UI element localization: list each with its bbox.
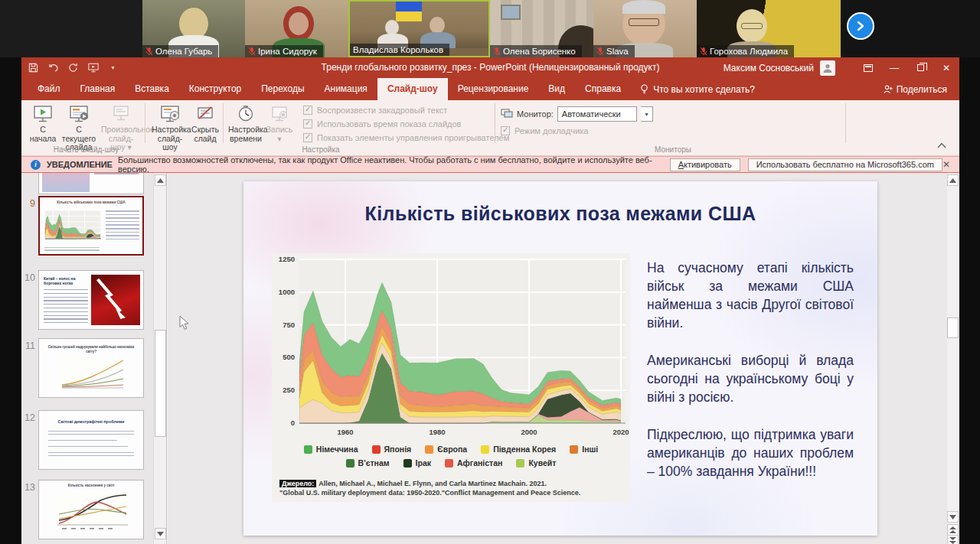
legend-label: В'єтнам bbox=[358, 458, 390, 467]
meeting-video-strip: Олена Губарь Ірина Сидорук Владислав Кор… bbox=[0, 0, 980, 57]
tab-transitions[interactable]: Переходы bbox=[251, 78, 314, 100]
monitor-dropdown-arrow[interactable]: ▼ bbox=[641, 106, 653, 122]
slide-canvas[interactable]: Кількість військових поза межами США 025… bbox=[243, 181, 877, 536]
custom-slideshow-button[interactable]: Произвольное слайд-шоу ▾ bbox=[101, 103, 141, 152]
ribbon-separator bbox=[845, 103, 846, 143]
tab-design[interactable]: Конструктор bbox=[179, 78, 251, 100]
participant-name: Slava bbox=[606, 47, 629, 56]
thumbnail-image bbox=[42, 173, 90, 192]
thumbnail-scroll-down-button[interactable] bbox=[155, 528, 166, 539]
legend-swatch bbox=[516, 459, 524, 467]
thumbnail-scrollbar[interactable] bbox=[153, 173, 166, 544]
video-tile-horokhova[interactable]: Горохова Людмила bbox=[697, 0, 841, 57]
ribbon-display-options-button[interactable] bbox=[855, 57, 881, 78]
checkbox-show-media-controls[interactable]: Показать элементы управления проигрывате… bbox=[303, 133, 509, 142]
checkbox-label: Воспроизвести закадровый текст bbox=[317, 106, 447, 115]
thumbnail-title: Скільки грошей надрукували найбільші еко… bbox=[42, 345, 140, 353]
tab-view[interactable]: Вид bbox=[538, 78, 575, 100]
video-tile-slava[interactable]: Slava bbox=[593, 0, 697, 57]
tab-file[interactable]: Файл bbox=[28, 78, 70, 100]
previous-slide-button[interactable] bbox=[947, 524, 959, 536]
person-icon bbox=[822, 63, 833, 73]
source-citation-line2: "Global U.S. military deployment data: 1… bbox=[279, 488, 580, 497]
mic-muted-icon bbox=[145, 47, 153, 56]
legend-label: Німеччина bbox=[316, 445, 358, 454]
repeat-button[interactable] bbox=[67, 62, 79, 73]
military-deployment-chart[interactable]: 0250500750100012501960198020002020 Німеч… bbox=[272, 253, 630, 502]
next-participants-button[interactable] bbox=[847, 12, 874, 40]
hide-slide-button[interactable]: Скрыть слайд bbox=[190, 103, 220, 143]
thumbnail-scroll-up-button[interactable] bbox=[155, 174, 166, 186]
monitor-dropdown[interactable]: Автоматически bbox=[557, 106, 637, 122]
collapse-ribbon-button[interactable] bbox=[935, 140, 949, 151]
from-current-slide-button[interactable]: С текущего слайда bbox=[58, 103, 100, 152]
tab-review[interactable]: Рецензирование bbox=[448, 78, 539, 100]
minimize-button[interactable]: — bbox=[881, 57, 907, 78]
ribbon: С начала С текущего слайда Произвольное … bbox=[21, 100, 959, 156]
main-scrollbar[interactable] bbox=[947, 173, 959, 544]
slide-13-thumbnail[interactable]: Кількість населення у світі bbox=[38, 480, 144, 539]
start-slideshow-qat-button[interactable] bbox=[87, 62, 99, 73]
from-beginning-button[interactable]: С начала bbox=[28, 103, 58, 143]
share-button[interactable]: Поделиться bbox=[871, 78, 959, 100]
customize-qat-button[interactable]: ▾ bbox=[107, 62, 119, 73]
thumbnail-title: Кількість населення у світі bbox=[42, 484, 140, 488]
video-tile-korolkov-active-speaker[interactable]: Владислав Корольков bbox=[348, 0, 490, 57]
video-tile-borysenko[interactable]: Олена Борисенко bbox=[490, 0, 593, 57]
participant-video bbox=[629, 18, 659, 26]
legend-swatch bbox=[403, 459, 412, 467]
slide-number: 10 bbox=[23, 272, 35, 283]
next-slide-button[interactable] bbox=[947, 535, 959, 544]
checkbox-presenter-view[interactable]: Режим докладчика bbox=[501, 126, 588, 135]
stacked-area-chart: 0250500750100012501960198020002020 bbox=[272, 253, 630, 441]
tab-insert[interactable]: Вставка bbox=[125, 78, 179, 100]
tab-help[interactable]: Справка bbox=[575, 78, 631, 100]
undo-button[interactable] bbox=[47, 62, 59, 73]
slide-8-thumbnail[interactable] bbox=[38, 173, 144, 194]
slide-body-text: На сучасному етапі кількість військ за м… bbox=[647, 259, 854, 500]
save-button[interactable] bbox=[28, 62, 39, 73]
scroll-up-button[interactable] bbox=[947, 174, 959, 186]
legend-label: Європа bbox=[437, 445, 467, 454]
account-avatar[interactable] bbox=[820, 60, 835, 76]
slide-9-thumbnail-selected[interactable]: Кількість військових поза межами США bbox=[38, 196, 144, 256]
close-notification-icon[interactable]: ✕ bbox=[942, 159, 950, 170]
legend-swatch bbox=[372, 445, 381, 454]
record-slideshow-button[interactable]: Запись ▾ bbox=[265, 103, 294, 143]
video-tile-hubar[interactable]: Олена Губарь bbox=[142, 0, 245, 57]
svg-text:1000: 1000 bbox=[279, 288, 295, 296]
svg-text:750: 750 bbox=[283, 321, 295, 329]
tab-slideshow-active[interactable]: Слайд-шоу bbox=[377, 78, 448, 100]
checkbox-use-timings[interactable]: Использовать время показа слайдов bbox=[303, 119, 461, 129]
tab-home[interactable]: Главная bbox=[70, 78, 126, 100]
legend-item: Південна Корея bbox=[481, 445, 556, 454]
account-name[interactable]: Максим Сосновський bbox=[724, 63, 814, 73]
main-scrollbar-thumb[interactable] bbox=[947, 318, 959, 338]
custom-show-icon bbox=[101, 103, 141, 123]
slide-12-thumbnail[interactable]: Світові демографічні проблеми bbox=[38, 410, 144, 470]
slide-10-thumbnail[interactable]: Китай – колос на боргових ногах bbox=[38, 270, 144, 330]
tab-animations[interactable]: Анимация bbox=[315, 78, 377, 100]
video-tile-camera-off[interactable] bbox=[0, 0, 142, 57]
slide-editing-area[interactable]: Кількість військових поза межами США 025… bbox=[168, 173, 947, 544]
participant-video bbox=[385, 20, 399, 35]
thumbnail-scrollbar-thumb[interactable] bbox=[155, 330, 166, 437]
monitor-label: Монитор: bbox=[517, 109, 554, 119]
close-button[interactable]: ✕ bbox=[933, 57, 959, 78]
ribbon-options-icon bbox=[864, 64, 873, 72]
slideshow-play-icon bbox=[28, 103, 58, 123]
lightbulb-icon bbox=[640, 84, 648, 95]
tell-me-label: Что вы хотите сделать? bbox=[653, 84, 755, 95]
use-free-microsoft365-button[interactable]: Использовать бесплатно на Microsoft365.c… bbox=[748, 158, 942, 171]
video-tile-sydoruk[interactable]: Ірина Сидорук bbox=[245, 0, 348, 57]
tell-me-search[interactable]: Что вы хотите сделать? bbox=[631, 78, 764, 100]
scroll-down-button[interactable] bbox=[947, 511, 959, 523]
checkbox-play-narration[interactable]: Воспроизвести закадровый текст bbox=[303, 106, 447, 115]
rehearse-timings-button[interactable]: Настройка времени bbox=[228, 103, 263, 143]
restore-button[interactable] bbox=[907, 57, 933, 78]
slide-11-thumbnail[interactable]: Скільки грошей надрукували найбільші еко… bbox=[38, 338, 144, 398]
slideshow-current-icon bbox=[58, 103, 100, 123]
activate-button[interactable]: Активировать bbox=[670, 158, 740, 171]
chart-source: Джерело:Allen, Michael A., Michael E. Fl… bbox=[279, 479, 580, 497]
setup-slideshow-button[interactable]: Настройка слайд-шоу bbox=[152, 103, 188, 152]
